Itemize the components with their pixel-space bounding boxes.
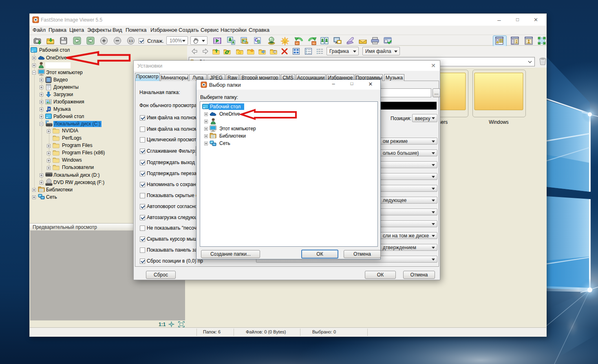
svg-text:90: 90	[312, 42, 316, 45]
svg-text:B: B	[257, 39, 260, 44]
svg-text:A: A	[256, 37, 258, 40]
svg-text:90: 90	[296, 42, 299, 45]
svg-text:1:1: 1:1	[129, 39, 133, 42]
